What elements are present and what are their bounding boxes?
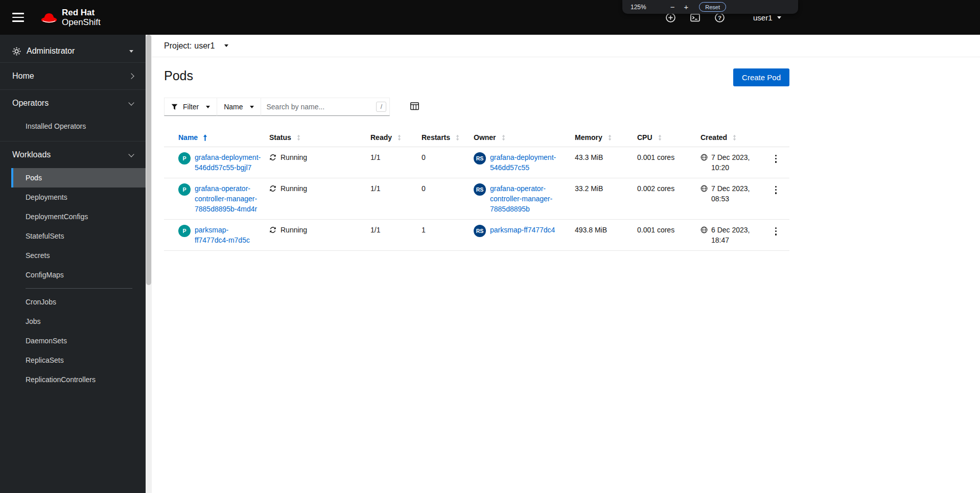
globe-timestamp-icon (701, 154, 708, 161)
row-kebab-menu[interactable] (771, 152, 781, 166)
memory-cell: 33.2 MiB (575, 178, 637, 220)
cpu-cell: 0.001 cores (637, 147, 701, 178)
created-text: 7 Dec 2023, 08:53 (711, 183, 762, 204)
columns-icon (410, 102, 419, 110)
project-selector[interactable]: Project: user1 (164, 41, 228, 51)
nav-toggle-button[interactable] (12, 13, 24, 22)
sidebar-item-deployments[interactable]: Deployments (11, 187, 146, 207)
brand-logo[interactable]: Red Hat OpenShift (39, 8, 101, 27)
project-label: Project: (164, 41, 192, 51)
search-box: / (261, 98, 390, 116)
chevron-down-icon (224, 44, 228, 47)
quick-create-icon[interactable] (666, 13, 675, 22)
column-label: Name (178, 133, 198, 142)
brand-line2: OpenShift (62, 17, 101, 27)
create-pod-button[interactable]: Create Pod (733, 68, 789, 86)
status-text: Running (281, 225, 307, 235)
help-icon[interactable]: ? (715, 13, 725, 22)
sidebar-item-replicationcontrollers[interactable]: ReplicationControllers (11, 370, 146, 389)
column-label: Created (701, 133, 727, 142)
sidebar-item-operators[interactable]: Operators (0, 90, 146, 116)
column-header-cpu[interactable]: CPU (637, 128, 701, 147)
column-header-created[interactable]: Created (701, 128, 771, 147)
page-header: Pods Create Pod (152, 57, 789, 86)
row-kebab-menu[interactable] (771, 225, 781, 238)
perspective-switcher[interactable]: Administrator (0, 40, 146, 63)
owner-link[interactable]: grafana-deployment-546dd57c55 (490, 152, 567, 173)
column-header-status[interactable]: Status (269, 128, 370, 147)
scrollbar-thumb[interactable] (146, 35, 151, 285)
sidebar-item-replicasets[interactable]: ReplicaSets (11, 350, 146, 370)
sidebar-item-cronjobs[interactable]: CronJobs (11, 292, 146, 312)
column-header-owner[interactable]: Owner (474, 128, 575, 147)
project-bar: Project: user1 (152, 35, 980, 57)
globe-timestamp-icon (701, 185, 708, 192)
user-menu[interactable]: user1 (753, 13, 781, 22)
filter-dropdown[interactable]: Filter (164, 98, 217, 116)
sidebar-item-label: Operators (12, 99, 49, 108)
chevron-down-icon (777, 16, 781, 19)
sidebar-item-installed-operators[interactable]: Installed Operators (11, 116, 146, 136)
pod-link[interactable]: parksmap-ff7477dc4-m7d5c (195, 225, 261, 245)
ready-cell: 1/1 (370, 178, 422, 220)
column-management-button[interactable] (408, 100, 421, 114)
sidebar-item-workloads[interactable]: Workloads (0, 142, 146, 168)
pods-table: Name Status Ready (164, 128, 789, 251)
cpu-cell: 0.002 cores (637, 178, 701, 220)
pod-link[interactable]: grafana-deployment-546dd57c55-bgjl7 (195, 152, 261, 173)
sidebar-scrollbar[interactable] (146, 35, 152, 493)
owner-link[interactable]: parksmap-ff7477dc4 (490, 225, 567, 235)
browser-zoom-popup: 125% − + Reset (622, 0, 798, 14)
user-name: user1 (753, 13, 773, 22)
restarts-cell: 0 (422, 147, 474, 178)
column-header-ready[interactable]: Ready (370, 128, 422, 147)
owner-link[interactable]: grafana-operator-controller-manager-7885… (490, 183, 567, 214)
filter-funnel-icon (171, 104, 178, 110)
main-content: Project: user1 Pods Create Pod Filter (152, 35, 980, 493)
replicaset-badge-icon: RS (474, 225, 486, 237)
sidebar-item-secrets[interactable]: Secrets (11, 246, 146, 265)
column-header-memory[interactable]: Memory (575, 128, 637, 147)
zoom-reset-button[interactable]: Reset (699, 2, 726, 12)
pod-link[interactable]: grafana-operator-controller-manager-7885… (195, 183, 261, 214)
column-label: CPU (637, 133, 652, 142)
pod-badge-icon: P (178, 183, 191, 196)
sort-icon (397, 134, 402, 141)
zoom-in-button[interactable]: + (679, 3, 693, 11)
column-label: Ready (370, 133, 392, 142)
search-input[interactable] (261, 98, 390, 116)
sidebar-item-daemonsets[interactable]: DaemonSets (11, 331, 146, 350)
ready-cell: 1/1 (370, 220, 422, 251)
page-title: Pods (164, 68, 193, 83)
svg-text:?: ? (718, 14, 721, 20)
gear-icon (12, 47, 21, 56)
search-attribute-label: Name (224, 103, 243, 111)
chevron-down-icon (128, 100, 134, 105)
sidebar-nav: Administrator Home Operators Installed O… (0, 35, 146, 493)
sidebar-item-configmaps[interactable]: ConfigMaps (11, 265, 146, 285)
sidebar-item-jobs[interactable]: Jobs (11, 312, 146, 331)
search-attribute-dropdown[interactable]: Name (217, 98, 261, 116)
sidebar-item-label: Workloads (12, 150, 51, 159)
sidebar-item-pods[interactable]: Pods (11, 168, 146, 187)
sidebar-item-label: Home (12, 72, 34, 81)
replicaset-badge-icon: RS (474, 183, 486, 196)
column-header-restarts[interactable]: Restarts (422, 128, 474, 147)
column-label: Owner (474, 133, 496, 142)
restarts-cell: 1 (422, 220, 474, 251)
brand-line1: Red Hat (62, 8, 101, 17)
table-row: P grafana-operator-controller-manager-78… (164, 178, 789, 220)
zoom-out-button[interactable]: − (666, 3, 680, 11)
chevron-down-icon (129, 50, 133, 53)
sidebar-item-statefulsets[interactable]: StatefulSets (11, 226, 146, 246)
sidebar-item-deploymentconfigs[interactable]: DeploymentConfigs (11, 207, 146, 226)
sort-icon (455, 134, 460, 141)
sidebar-item-home[interactable]: Home (0, 63, 146, 89)
chevron-down-icon (250, 106, 254, 108)
column-header-actions (771, 128, 789, 147)
redhat-fedora-icon (39, 11, 59, 24)
terminal-icon[interactable] (690, 13, 700, 22)
ready-cell: 1/1 (370, 147, 422, 178)
column-header-name[interactable]: Name (164, 128, 269, 147)
row-kebab-menu[interactable] (771, 183, 781, 197)
